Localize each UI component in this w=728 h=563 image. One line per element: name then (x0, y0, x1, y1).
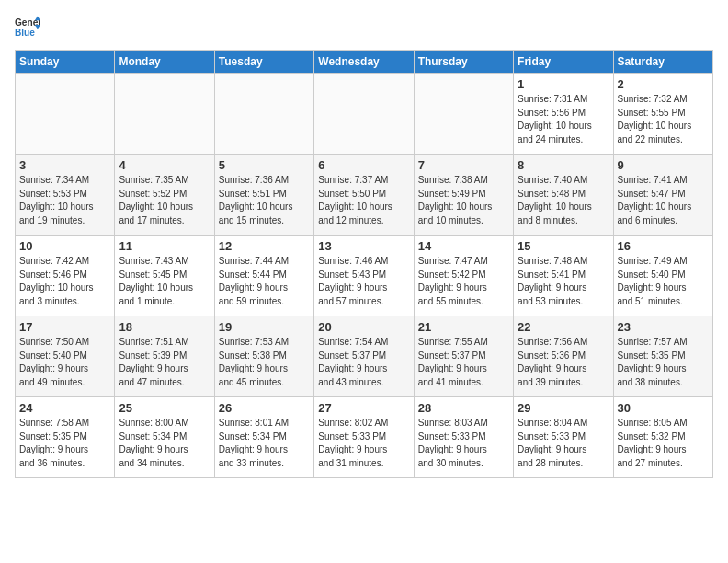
day-number: 29 (518, 401, 609, 415)
day-info: Sunrise: 7:50 AM Sunset: 5:40 PM Dayligh… (19, 336, 110, 389)
calendar-cell: 2Sunrise: 7:32 AM Sunset: 5:55 PM Daylig… (613, 74, 712, 155)
weekday-header-thursday: Thursday (414, 51, 513, 74)
day-info: Sunrise: 7:31 AM Sunset: 5:56 PM Dayligh… (518, 93, 609, 146)
logo-icon: General Blue (15, 15, 40, 40)
calendar-cell: 21Sunrise: 7:55 AM Sunset: 5:37 PM Dayli… (414, 316, 513, 397)
day-info: Sunrise: 8:02 AM Sunset: 5:33 PM Dayligh… (318, 417, 409, 470)
day-number: 17 (19, 320, 110, 334)
day-info: Sunrise: 7:41 AM Sunset: 5:47 PM Dayligh… (618, 174, 709, 227)
day-number: 26 (219, 401, 310, 415)
day-info: Sunrise: 8:04 AM Sunset: 5:33 PM Dayligh… (518, 417, 609, 470)
day-number: 12 (219, 239, 310, 253)
calendar-cell: 3Sunrise: 7:34 AM Sunset: 5:53 PM Daylig… (16, 155, 115, 236)
day-number: 21 (418, 320, 509, 334)
calendar-cell: 25Sunrise: 8:00 AM Sunset: 5:34 PM Dayli… (115, 397, 214, 478)
weekday-header-tuesday: Tuesday (214, 51, 313, 74)
day-info: Sunrise: 7:53 AM Sunset: 5:38 PM Dayligh… (219, 336, 310, 389)
day-number: 10 (19, 239, 110, 253)
day-number: 23 (618, 320, 709, 334)
page-header: General Blue (15, 15, 713, 40)
day-info: Sunrise: 7:42 AM Sunset: 5:46 PM Dayligh… (19, 255, 110, 308)
calendar-cell: 22Sunrise: 7:56 AM Sunset: 5:36 PM Dayli… (514, 316, 613, 397)
weekday-header-sunday: Sunday (16, 51, 115, 74)
day-info: Sunrise: 8:03 AM Sunset: 5:33 PM Dayligh… (418, 417, 509, 470)
day-info: Sunrise: 7:44 AM Sunset: 5:44 PM Dayligh… (219, 255, 310, 308)
day-info: Sunrise: 7:56 AM Sunset: 5:36 PM Dayligh… (518, 336, 609, 389)
weekday-header-saturday: Saturday (613, 51, 712, 74)
calendar-cell: 26Sunrise: 8:01 AM Sunset: 5:34 PM Dayli… (214, 397, 313, 478)
weekday-header-wednesday: Wednesday (314, 51, 414, 74)
calendar-cell: 8Sunrise: 7:40 AM Sunset: 5:48 PM Daylig… (514, 155, 613, 236)
weekday-header-monday: Monday (115, 51, 214, 74)
day-number: 24 (19, 401, 110, 415)
calendar-cell: 13Sunrise: 7:46 AM Sunset: 5:43 PM Dayli… (314, 236, 414, 316)
calendar-cell (115, 74, 214, 155)
day-info: Sunrise: 7:40 AM Sunset: 5:48 PM Dayligh… (518, 174, 609, 227)
day-number: 4 (119, 158, 210, 172)
day-number: 22 (518, 320, 609, 334)
weekday-header-friday: Friday (514, 51, 613, 74)
calendar-cell: 5Sunrise: 7:36 AM Sunset: 5:51 PM Daylig… (214, 155, 313, 236)
day-info: Sunrise: 7:35 AM Sunset: 5:52 PM Dayligh… (119, 174, 210, 227)
day-info: Sunrise: 7:36 AM Sunset: 5:51 PM Dayligh… (219, 174, 310, 227)
day-info: Sunrise: 7:46 AM Sunset: 5:43 PM Dayligh… (318, 255, 409, 308)
calendar-cell: 24Sunrise: 7:58 AM Sunset: 5:35 PM Dayli… (16, 397, 115, 478)
calendar-cell: 19Sunrise: 7:53 AM Sunset: 5:38 PM Dayli… (214, 316, 313, 397)
day-number: 9 (618, 158, 709, 172)
calendar-cell: 14Sunrise: 7:47 AM Sunset: 5:42 PM Dayli… (414, 236, 513, 316)
day-info: Sunrise: 7:48 AM Sunset: 5:41 PM Dayligh… (518, 255, 609, 308)
day-number: 2 (618, 77, 709, 91)
day-info: Sunrise: 7:32 AM Sunset: 5:55 PM Dayligh… (618, 93, 709, 146)
day-number: 30 (618, 401, 709, 415)
day-info: Sunrise: 7:37 AM Sunset: 5:50 PM Dayligh… (318, 174, 409, 227)
calendar-cell: 28Sunrise: 8:03 AM Sunset: 5:33 PM Dayli… (414, 397, 513, 478)
calendar-cell: 10Sunrise: 7:42 AM Sunset: 5:46 PM Dayli… (16, 236, 115, 316)
day-number: 25 (119, 401, 210, 415)
day-number: 27 (318, 401, 409, 415)
calendar-table: SundayMondayTuesdayWednesdayThursdayFrid… (15, 50, 713, 478)
calendar-cell: 30Sunrise: 8:05 AM Sunset: 5:32 PM Dayli… (613, 397, 712, 478)
day-info: Sunrise: 7:57 AM Sunset: 5:35 PM Dayligh… (618, 336, 709, 389)
day-info: Sunrise: 8:05 AM Sunset: 5:32 PM Dayligh… (618, 417, 709, 470)
calendar-cell: 20Sunrise: 7:54 AM Sunset: 5:37 PM Dayli… (314, 316, 414, 397)
day-number: 3 (19, 158, 110, 172)
day-info: Sunrise: 7:34 AM Sunset: 5:53 PM Dayligh… (19, 174, 110, 227)
calendar-cell (16, 74, 115, 155)
logo: General Blue (15, 15, 44, 40)
calendar-cell: 17Sunrise: 7:50 AM Sunset: 5:40 PM Dayli… (16, 316, 115, 397)
day-info: Sunrise: 7:58 AM Sunset: 5:35 PM Dayligh… (19, 417, 110, 470)
day-info: Sunrise: 7:47 AM Sunset: 5:42 PM Dayligh… (418, 255, 509, 308)
day-info: Sunrise: 8:00 AM Sunset: 5:34 PM Dayligh… (119, 417, 210, 470)
calendar-cell: 18Sunrise: 7:51 AM Sunset: 5:39 PM Dayli… (115, 316, 214, 397)
calendar-cell: 9Sunrise: 7:41 AM Sunset: 5:47 PM Daylig… (613, 155, 712, 236)
day-info: Sunrise: 7:54 AM Sunset: 5:37 PM Dayligh… (318, 336, 409, 389)
day-info: Sunrise: 7:55 AM Sunset: 5:37 PM Dayligh… (418, 336, 509, 389)
calendar-cell: 7Sunrise: 7:38 AM Sunset: 5:49 PM Daylig… (414, 155, 513, 236)
day-number: 19 (219, 320, 310, 334)
day-number: 1 (518, 77, 609, 91)
day-number: 15 (518, 239, 609, 253)
calendar-cell: 12Sunrise: 7:44 AM Sunset: 5:44 PM Dayli… (214, 236, 313, 316)
calendar-cell: 16Sunrise: 7:49 AM Sunset: 5:40 PM Dayli… (613, 236, 712, 316)
calendar-cell: 11Sunrise: 7:43 AM Sunset: 5:45 PM Dayli… (115, 236, 214, 316)
day-info: Sunrise: 7:49 AM Sunset: 5:40 PM Dayligh… (618, 255, 709, 308)
calendar-cell: 15Sunrise: 7:48 AM Sunset: 5:41 PM Dayli… (514, 236, 613, 316)
calendar-cell: 23Sunrise: 7:57 AM Sunset: 5:35 PM Dayli… (613, 316, 712, 397)
day-number: 16 (618, 239, 709, 253)
svg-text:Blue: Blue (15, 28, 35, 38)
day-number: 5 (219, 158, 310, 172)
day-number: 14 (418, 239, 509, 253)
calendar-cell (214, 74, 313, 155)
day-info: Sunrise: 8:01 AM Sunset: 5:34 PM Dayligh… (219, 417, 310, 470)
day-number: 28 (418, 401, 509, 415)
day-info: Sunrise: 7:51 AM Sunset: 5:39 PM Dayligh… (119, 336, 210, 389)
day-number: 20 (318, 320, 409, 334)
day-number: 6 (318, 158, 409, 172)
day-number: 7 (418, 158, 509, 172)
calendar-cell: 6Sunrise: 7:37 AM Sunset: 5:50 PM Daylig… (314, 155, 414, 236)
calendar-cell: 1Sunrise: 7:31 AM Sunset: 5:56 PM Daylig… (514, 74, 613, 155)
day-number: 18 (119, 320, 210, 334)
calendar-cell: 29Sunrise: 8:04 AM Sunset: 5:33 PM Dayli… (514, 397, 613, 478)
day-info: Sunrise: 7:38 AM Sunset: 5:49 PM Dayligh… (418, 174, 509, 227)
calendar-cell (414, 74, 513, 155)
